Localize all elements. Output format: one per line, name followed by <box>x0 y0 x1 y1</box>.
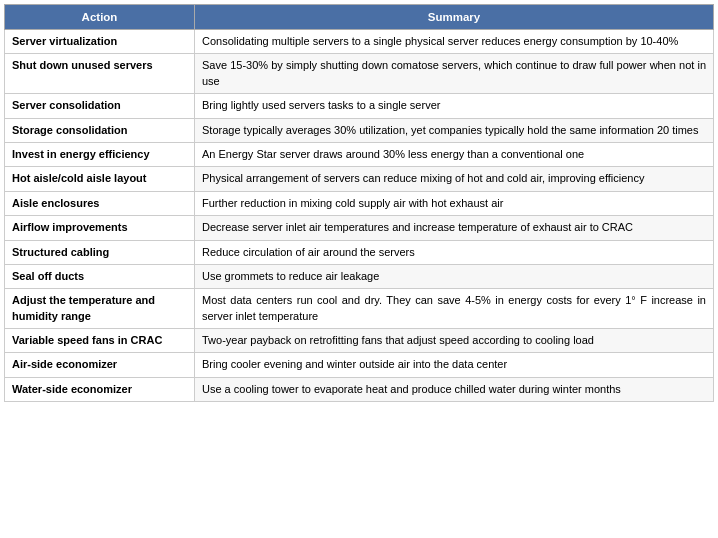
action-cell: Variable speed fans in CRAC <box>5 329 195 353</box>
summary-cell: Two-year payback on retrofitting fans th… <box>195 329 714 353</box>
action-cell: Adjust the temperature and humidity rang… <box>5 289 195 329</box>
table-row: Seal off ductsUse grommets to reduce air… <box>5 264 714 288</box>
summary-cell: Use grommets to reduce air leakage <box>195 264 714 288</box>
action-cell: Air-side economizer <box>5 353 195 377</box>
summary-cell: Decrease server inlet air temperatures a… <box>195 216 714 240</box>
table-body: Server virtualizationConsolidating multi… <box>5 30 714 402</box>
table-row: Aisle enclosuresFurther reduction in mix… <box>5 191 714 215</box>
summary-cell: An Energy Star server draws around 30% l… <box>195 142 714 166</box>
action-cell: Seal off ducts <box>5 264 195 288</box>
action-cell: Hot aisle/cold aisle layout <box>5 167 195 191</box>
action-column-header: Action <box>5 5 195 30</box>
table-row: Adjust the temperature and humidity rang… <box>5 289 714 329</box>
main-container: Action Summary Server virtualizationCons… <box>0 0 718 406</box>
table-row: Storage consolidationStorage typically a… <box>5 118 714 142</box>
summary-cell: Storage typically averages 30% utilizati… <box>195 118 714 142</box>
action-cell: Aisle enclosures <box>5 191 195 215</box>
summary-cell: Consolidating multiple servers to a sing… <box>195 30 714 54</box>
summary-cell: Reduce circulation of air around the ser… <box>195 240 714 264</box>
summary-cell: Most data centers run cool and dry. They… <box>195 289 714 329</box>
table-row: Shut down unused serversSave 15-30% by s… <box>5 54 714 94</box>
summary-cell: Bring lightly used servers tasks to a si… <box>195 94 714 118</box>
action-cell: Shut down unused servers <box>5 54 195 94</box>
action-cell: Invest in energy efficiency <box>5 142 195 166</box>
table-row: Variable speed fans in CRACTwo-year payb… <box>5 329 714 353</box>
summary-cell: Save 15-30% by simply shutting down coma… <box>195 54 714 94</box>
action-cell: Airflow improvements <box>5 216 195 240</box>
summary-cell: Bring cooler evening and winter outside … <box>195 353 714 377</box>
table-row: Airflow improvementsDecrease server inle… <box>5 216 714 240</box>
summary-column-header: Summary <box>195 5 714 30</box>
table-row: Structured cablingReduce circulation of … <box>5 240 714 264</box>
table-row: Invest in energy efficiencyAn Energy Sta… <box>5 142 714 166</box>
table-row: Server virtualizationConsolidating multi… <box>5 30 714 54</box>
summary-cell: Further reduction in mixing cold supply … <box>195 191 714 215</box>
action-cell: Server consolidation <box>5 94 195 118</box>
summary-cell: Physical arrangement of servers can redu… <box>195 167 714 191</box>
table-row: Air-side economizerBring cooler evening … <box>5 353 714 377</box>
actions-table: Action Summary Server virtualizationCons… <box>4 4 714 402</box>
action-cell: Structured cabling <box>5 240 195 264</box>
table-row: Water-side economizerUse a cooling tower… <box>5 377 714 401</box>
table-header-row: Action Summary <box>5 5 714 30</box>
table-row: Server consolidationBring lightly used s… <box>5 94 714 118</box>
table-row: Hot aisle/cold aisle layoutPhysical arra… <box>5 167 714 191</box>
action-cell: Storage consolidation <box>5 118 195 142</box>
action-cell: Water-side economizer <box>5 377 195 401</box>
summary-cell: Use a cooling tower to evaporate heat an… <box>195 377 714 401</box>
action-cell: Server virtualization <box>5 30 195 54</box>
